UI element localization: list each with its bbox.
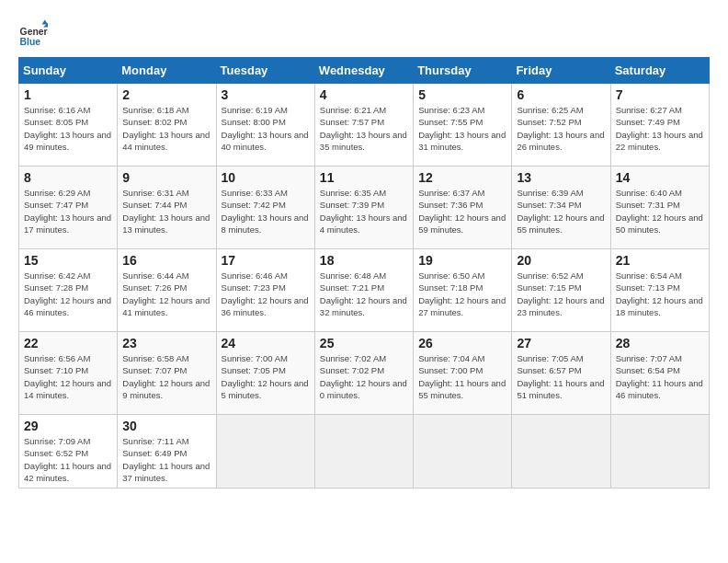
day-number: 15 [24, 253, 112, 268]
calendar-cell: 1Sunrise: 6:16 AMSunset: 8:05 PMDaylight… [19, 84, 118, 167]
logo: General Blue [18, 18, 48, 48]
calendar-cell: 30Sunrise: 7:11 AMSunset: 6:49 PMDayligh… [118, 415, 216, 488]
calendar-cell: 10Sunrise: 6:33 AMSunset: 7:42 PMDayligh… [216, 167, 314, 249]
day-detail: Sunrise: 6:46 AMSunset: 7:23 PMDaylight:… [222, 270, 310, 318]
day-detail: Sunrise: 6:35 AMSunset: 7:39 PMDaylight:… [320, 187, 408, 236]
day-detail: Sunrise: 7:09 AMSunset: 6:52 PMDaylight:… [24, 435, 112, 484]
calendar-cell: 5Sunrise: 6:23 AMSunset: 7:55 PMDaylight… [414, 84, 512, 167]
day-detail: Sunrise: 6:42 AMSunset: 7:28 PMDaylight:… [24, 270, 112, 318]
day-number: 22 [24, 336, 112, 350]
day-number: 2 [122, 87, 210, 102]
day-detail: Sunrise: 6:50 AMSunset: 7:18 PMDaylight:… [418, 270, 506, 318]
calendar-cell: 9Sunrise: 6:31 AMSunset: 7:44 PMDaylight… [118, 167, 216, 249]
day-number: 16 [122, 253, 210, 268]
calendar-cell: 4Sunrise: 6:21 AMSunset: 7:57 PMDaylight… [314, 84, 413, 167]
day-detail: Sunrise: 6:56 AMSunset: 7:10 PMDaylight:… [24, 352, 112, 401]
day-number: 13 [517, 170, 605, 185]
calendar-cell [216, 415, 314, 488]
day-detail: Sunrise: 6:39 AMSunset: 7:34 PMDaylight:… [517, 187, 605, 236]
day-number: 25 [320, 336, 408, 350]
day-detail: Sunrise: 7:11 AMSunset: 6:49 PMDaylight:… [122, 435, 210, 484]
calendar-cell: 12Sunrise: 6:37 AMSunset: 7:36 PMDayligh… [414, 167, 512, 249]
header-monday: Monday [118, 58, 216, 84]
page-header: General Blue [18, 18, 710, 48]
calendar-cell: 7Sunrise: 6:27 AMSunset: 7:49 PMDaylight… [610, 84, 709, 167]
calendar-cell: 21Sunrise: 6:54 AMSunset: 7:13 PMDayligh… [610, 249, 709, 332]
day-detail: Sunrise: 7:04 AMSunset: 7:00 PMDaylight:… [418, 352, 506, 401]
calendar-cell: 18Sunrise: 6:48 AMSunset: 7:21 PMDayligh… [314, 249, 413, 332]
week-row-4: 29Sunrise: 7:09 AMSunset: 6:52 PMDayligh… [19, 415, 710, 488]
day-number: 24 [222, 336, 310, 350]
day-detail: Sunrise: 6:21 AMSunset: 7:57 PMDaylight:… [320, 104, 408, 153]
day-detail: Sunrise: 7:07 AMSunset: 6:54 PMDaylight:… [616, 352, 704, 401]
week-row-0: 1Sunrise: 6:16 AMSunset: 8:05 PMDaylight… [19, 84, 710, 167]
day-detail: Sunrise: 6:29 AMSunset: 7:47 PMDaylight:… [24, 187, 112, 236]
calendar-cell: 17Sunrise: 6:46 AMSunset: 7:23 PMDayligh… [216, 249, 314, 332]
calendar-cell: 20Sunrise: 6:52 AMSunset: 7:15 PMDayligh… [512, 249, 610, 332]
day-detail: Sunrise: 6:27 AMSunset: 7:49 PMDaylight:… [616, 104, 704, 153]
header-thursday: Thursday [414, 58, 512, 84]
day-number: 11 [320, 170, 408, 185]
day-number: 27 [517, 336, 605, 350]
day-detail: Sunrise: 6:37 AMSunset: 7:36 PMDaylight:… [418, 187, 506, 236]
day-number: 19 [418, 253, 506, 268]
day-detail: Sunrise: 6:25 AMSunset: 7:52 PMDaylight:… [517, 104, 605, 153]
calendar-cell [512, 415, 610, 488]
header-row: SundayMondayTuesdayWednesdayThursdayFrid… [19, 58, 710, 84]
header-tuesday: Tuesday [216, 58, 314, 84]
day-number: 14 [616, 170, 704, 185]
svg-text:Blue: Blue [20, 37, 41, 47]
week-row-1: 8Sunrise: 6:29 AMSunset: 7:47 PMDaylight… [19, 167, 710, 249]
day-number: 20 [517, 253, 605, 268]
day-number: 6 [517, 87, 605, 102]
day-number: 28 [616, 336, 704, 350]
calendar-cell: 6Sunrise: 6:25 AMSunset: 7:52 PMDaylight… [512, 84, 610, 167]
calendar-cell: 11Sunrise: 6:35 AMSunset: 7:39 PMDayligh… [314, 167, 413, 249]
day-detail: Sunrise: 6:48 AMSunset: 7:21 PMDaylight:… [320, 270, 408, 318]
calendar-cell: 27Sunrise: 7:05 AMSunset: 6:57 PMDayligh… [512, 332, 610, 415]
calendar-cell: 8Sunrise: 6:29 AMSunset: 7:47 PMDaylight… [19, 167, 118, 249]
svg-marker-2 [42, 20, 48, 25]
day-detail: Sunrise: 6:54 AMSunset: 7:13 PMDaylight:… [616, 270, 704, 318]
calendar-cell: 26Sunrise: 7:04 AMSunset: 7:00 PMDayligh… [414, 332, 512, 415]
calendar-cell [314, 415, 413, 488]
calendar-cell [610, 415, 709, 488]
calendar-table: SundayMondayTuesdayWednesdayThursdayFrid… [18, 57, 710, 488]
logo-icon: General Blue [18, 18, 48, 48]
calendar-cell: 28Sunrise: 7:07 AMSunset: 6:54 PMDayligh… [610, 332, 709, 415]
day-number: 21 [616, 253, 704, 268]
calendar-cell: 2Sunrise: 6:18 AMSunset: 8:02 PMDaylight… [118, 84, 216, 167]
day-detail: Sunrise: 6:23 AMSunset: 7:55 PMDaylight:… [418, 104, 506, 153]
day-detail: Sunrise: 6:58 AMSunset: 7:07 PMDaylight:… [122, 352, 210, 401]
calendar-cell: 13Sunrise: 6:39 AMSunset: 7:34 PMDayligh… [512, 167, 610, 249]
day-detail: Sunrise: 6:18 AMSunset: 8:02 PMDaylight:… [122, 104, 210, 153]
day-detail: Sunrise: 6:33 AMSunset: 7:42 PMDaylight:… [222, 187, 310, 236]
calendar-cell: 22Sunrise: 6:56 AMSunset: 7:10 PMDayligh… [19, 332, 118, 415]
day-detail: Sunrise: 6:19 AMSunset: 8:00 PMDaylight:… [222, 104, 310, 153]
day-number: 7 [616, 87, 704, 102]
week-row-2: 15Sunrise: 6:42 AMSunset: 7:28 PMDayligh… [19, 249, 710, 332]
day-number: 4 [320, 87, 408, 102]
calendar-cell: 24Sunrise: 7:00 AMSunset: 7:05 PMDayligh… [216, 332, 314, 415]
svg-text:General: General [20, 27, 48, 37]
week-row-3: 22Sunrise: 6:56 AMSunset: 7:10 PMDayligh… [19, 332, 710, 415]
day-detail: Sunrise: 7:02 AMSunset: 7:02 PMDaylight:… [320, 352, 408, 401]
header-friday: Friday [512, 58, 610, 84]
calendar-cell: 23Sunrise: 6:58 AMSunset: 7:07 PMDayligh… [118, 332, 216, 415]
day-detail: Sunrise: 6:31 AMSunset: 7:44 PMDaylight:… [122, 187, 210, 236]
day-detail: Sunrise: 7:00 AMSunset: 7:05 PMDaylight:… [222, 352, 310, 401]
day-number: 29 [24, 419, 112, 433]
calendar-cell [414, 415, 512, 488]
day-number: 5 [418, 87, 506, 102]
header-saturday: Saturday [610, 58, 709, 84]
calendar-cell: 19Sunrise: 6:50 AMSunset: 7:18 PMDayligh… [414, 249, 512, 332]
calendar-cell: 16Sunrise: 6:44 AMSunset: 7:26 PMDayligh… [118, 249, 216, 332]
day-number: 26 [418, 336, 506, 350]
day-number: 1 [24, 87, 112, 102]
calendar-cell: 25Sunrise: 7:02 AMSunset: 7:02 PMDayligh… [314, 332, 413, 415]
header-wednesday: Wednesday [314, 58, 413, 84]
day-number: 23 [122, 336, 210, 350]
calendar-cell: 3Sunrise: 6:19 AMSunset: 8:00 PMDaylight… [216, 84, 314, 167]
day-number: 12 [418, 170, 506, 185]
day-detail: Sunrise: 6:40 AMSunset: 7:31 PMDaylight:… [616, 187, 704, 236]
